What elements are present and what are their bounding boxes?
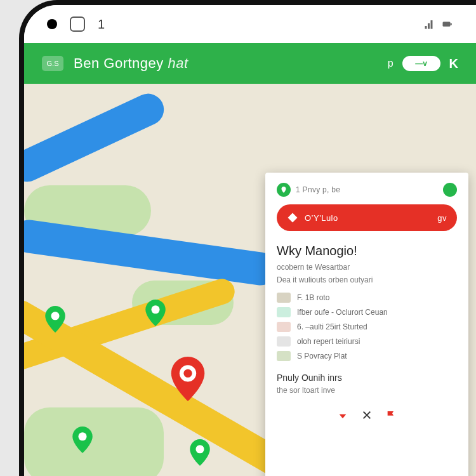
park-area: [24, 407, 164, 476]
header-title-c: hat: [168, 55, 188, 71]
signal-icon: [424, 18, 435, 30]
map-canvas[interactable]: 1 Pnvy p, be O’Y'Lulo gv Wky Manogio! oc…: [24, 84, 476, 476]
flag-icon[interactable]: [386, 410, 396, 420]
directions-button[interactable]: O’Y'Lulo gv: [277, 204, 457, 231]
place-description: Dea it wuliouts orben outyari: [277, 275, 457, 285]
detail-row[interactable]: Ifber oufe - Oclurort Ceuan: [277, 307, 457, 317]
directions-label: O’Y'Lulo: [305, 213, 338, 223]
place-details-list: F. 1B roto Ifber oufe - Oclurort Ceuan 6…: [277, 293, 457, 361]
camera-dot-icon: [47, 19, 57, 29]
detail-row[interactable]: oloh repert teiriursi: [277, 336, 457, 347]
app-header: G.S Ben Gortngey hat p —v K: [24, 43, 476, 84]
map-pin-selected-icon[interactable]: [170, 357, 206, 401]
status-bar-right: [424, 18, 453, 30]
header-title-b: Gortngey: [103, 55, 164, 71]
status-dot-icon[interactable]: [443, 183, 457, 197]
close-icon[interactable]: [362, 410, 372, 420]
thumbnail-icon: [277, 293, 291, 303]
map-pin-icon[interactable]: [145, 300, 166, 326]
detail-row[interactable]: S Povracy Plat: [277, 351, 457, 361]
battery-icon: [442, 18, 453, 30]
thumbnail-icon: [277, 336, 291, 347]
panel-action-bar: [277, 410, 457, 420]
map-pin-icon[interactable]: [72, 426, 93, 453]
header-pin-icon[interactable]: p: [388, 58, 393, 69]
header-menu-button[interactable]: G.S: [42, 56, 63, 71]
panel-header-left: 1 Pnvy p, be: [277, 183, 340, 197]
svg-point-3: [151, 305, 159, 314]
status-bar: 1: [24, 5, 476, 43]
place-subtitle: ocobern te Wesartbar: [277, 262, 457, 272]
footer-section-text: the sor ltoart inve: [277, 385, 457, 395]
svg-rect-0: [443, 22, 451, 27]
viewport: 1 G.S Ben Gortngey hat p —v K: [0, 0, 476, 476]
map-pin-icon[interactable]: [44, 306, 66, 333]
detail-text: Ifber oufe - Oclurort Ceuan: [297, 308, 388, 317]
header-right: p —v K: [388, 56, 458, 71]
detail-text: S Povracy Plat: [297, 352, 347, 360]
detail-text: F. 1B roto: [297, 293, 329, 302]
panel-header: 1 Pnvy p, be: [277, 183, 457, 197]
directions-icon: [287, 212, 298, 223]
detail-text: oloh repert teiriursi: [297, 337, 360, 346]
river-route: [24, 88, 169, 187]
thumbnail-icon: [277, 351, 291, 361]
front-camera-icon: [70, 17, 85, 32]
header-title-a: Ben: [74, 55, 100, 71]
status-bar-left: 1: [47, 17, 105, 32]
svg-point-7: [183, 369, 192, 378]
header-left: G.S Ben Gortngey hat: [42, 55, 188, 72]
river-route: [24, 218, 279, 288]
detail-row[interactable]: 6. –aulti 25irt Sturted: [277, 322, 457, 332]
place-info-panel: 1 Pnvy p, be O’Y'Lulo gv Wky Manogio! oc…: [265, 173, 468, 476]
location-icon: [277, 183, 291, 197]
directions-badge: gv: [437, 213, 447, 223]
svg-rect-1: [451, 23, 452, 25]
svg-point-5: [195, 445, 204, 453]
thumbnail-icon: [277, 307, 291, 317]
header-title: Ben Gortngey hat: [74, 55, 188, 72]
footer-section-title: Pnuly Ounih inrs: [277, 373, 457, 383]
panel-footer-section: Pnuly Ounih inrs the sor ltoart inve: [277, 373, 457, 395]
phone-frame: 1 G.S Ben Gortngey hat p —v K: [19, 0, 476, 476]
status-notification-count: 1: [98, 17, 105, 32]
thumbnail-icon: [277, 322, 291, 332]
detail-text: 6. –aulti 25irt Sturted: [297, 322, 367, 331]
header-pill[interactable]: —v: [402, 56, 440, 71]
panel-header-label: 1 Pnvy p, be: [296, 185, 340, 194]
svg-point-2: [51, 312, 59, 320]
map-pin-icon[interactable]: [189, 439, 211, 466]
svg-point-4: [78, 432, 86, 440]
detail-row[interactable]: F. 1B roto: [277, 293, 457, 303]
arrow-down-icon[interactable]: [338, 410, 348, 420]
header-key-label[interactable]: K: [449, 56, 458, 71]
place-name: Wky Manogio!: [277, 244, 457, 258]
